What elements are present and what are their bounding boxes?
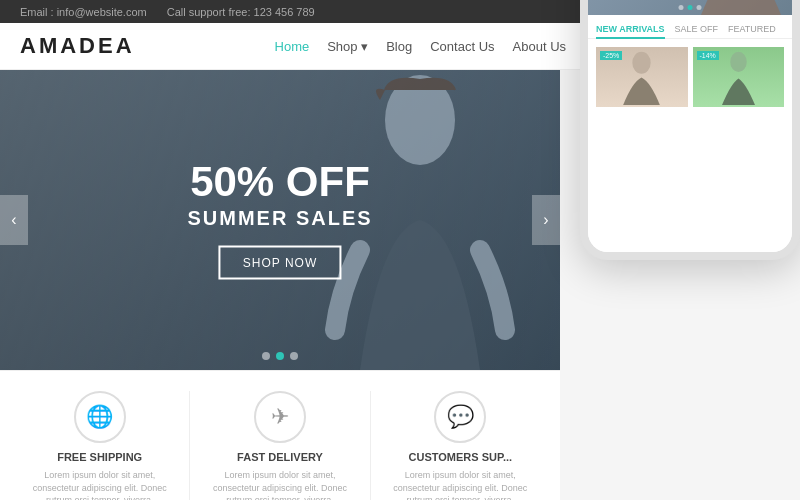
main-nav: Home Shop ▾ Blog Contact Us About Us xyxy=(275,39,567,54)
feature-delivery: ✈ FAST DELIVERY Lorem ipsum dolor sit am… xyxy=(190,391,370,500)
phone-product-badge-2: -14% xyxy=(697,51,719,60)
nav-contact[interactable]: Contact Us xyxy=(430,39,494,54)
phone-screen: 🛒 My Checkout 👤 My Account ☰ AMADEA 🛍 0 … xyxy=(588,0,792,260)
phone-product-badge-1: -25% xyxy=(600,51,622,60)
feature-support-desc: Lorem ipsum dolor sit amet, consectetur … xyxy=(381,469,540,500)
feature-shipping-title: FREE SHIPPING xyxy=(20,451,179,463)
top-bar-left: Email : info@website.com Call support fr… xyxy=(20,6,315,18)
nav-blog[interactable]: Blog xyxy=(386,39,412,54)
hero-prev-button[interactable]: ‹ xyxy=(0,195,28,245)
email-info: Email : info@website.com xyxy=(20,6,147,18)
hero-dot-1[interactable] xyxy=(262,352,270,360)
shipping-icon: 🌐 xyxy=(74,391,126,443)
phone-hero-dot-2[interactable] xyxy=(688,5,693,10)
phone-figure-2 xyxy=(711,50,766,105)
phone-hero-dot-1[interactable] xyxy=(679,5,684,10)
hero-content: 50% OFF SUMMER SALES SHOP NOW xyxy=(187,161,372,280)
feature-delivery-desc: Lorem ipsum dolor sit amet, consectetur … xyxy=(200,469,359,500)
nav-shop[interactable]: Shop ▾ xyxy=(327,39,368,54)
phone-hero: - 50% CLEARANCE SALES MAN'S COLLECTION H… xyxy=(588,0,792,15)
support-icon: 💬 xyxy=(434,391,486,443)
svg-point-7 xyxy=(633,51,651,73)
feature-shipping: 🌐 FREE SHIPPING Lorem ipsum dolor sit am… xyxy=(10,391,190,500)
phone-product-1[interactable]: -25% xyxy=(596,47,688,107)
hero-dot-2[interactable] xyxy=(276,352,284,360)
hero-shop-now-button[interactable]: SHOP NOW xyxy=(219,246,341,280)
hero-subtitle: SUMMER SALES xyxy=(187,207,372,230)
hero-discount: 50% OFF xyxy=(187,161,372,203)
delivery-icon: ✈ xyxy=(254,391,306,443)
nav-about[interactable]: About Us xyxy=(513,39,566,54)
phone-figure-1 xyxy=(614,50,669,105)
hero-dot-3[interactable] xyxy=(290,352,298,360)
phone-tab-sale-off[interactable]: SALE OFF xyxy=(675,21,719,39)
hero-dots xyxy=(262,352,298,360)
feature-support: 💬 CUSTOMERS SUP... Lorem ipsum dolor sit… xyxy=(371,391,550,500)
phone-hero-image xyxy=(690,0,792,15)
feature-support-title: CUSTOMERS SUP... xyxy=(381,451,540,463)
hero-section: 50% OFF SUMMER SALES SHOP NOW ‹ › xyxy=(0,70,560,370)
left-section: 50% OFF SUMMER SALES SHOP NOW ‹ › 🌐 FREE… xyxy=(0,70,560,500)
chevron-down-icon: ▾ xyxy=(361,39,368,54)
svg-point-8 xyxy=(730,51,747,71)
phone-product-tabs: NEW ARRIVALS SALE OFF FEATURED xyxy=(588,15,792,39)
phone-tab-featured[interactable]: FEATURED xyxy=(728,21,776,39)
main-area: 50% OFF SUMMER SALES SHOP NOW ‹ › 🌐 FREE… xyxy=(0,70,800,500)
phone-hero-dot-3[interactable] xyxy=(697,5,702,10)
phone-tab-new-arrivals[interactable]: NEW ARRIVALS xyxy=(596,21,665,39)
features-section: 🌐 FREE SHIPPING Lorem ipsum dolor sit am… xyxy=(0,370,560,500)
site-logo: AMADEA xyxy=(20,33,135,59)
phone-info: Call support free: 123 456 789 xyxy=(167,6,315,18)
hero-next-button[interactable]: › xyxy=(532,195,560,245)
nav-home[interactable]: Home xyxy=(275,39,310,54)
phone-hero-dots xyxy=(679,5,702,10)
feature-delivery-title: FAST DELIVERY xyxy=(200,451,359,463)
phone-mockup: 🛒 My Checkout 👤 My Account ☰ AMADEA 🛍 0 … xyxy=(580,0,800,260)
phone-product-2[interactable]: -14% xyxy=(693,47,785,107)
phone-product-grid: -25% -14% xyxy=(588,39,792,115)
feature-shipping-desc: Lorem ipsum dolor sit amet, consectetur … xyxy=(20,469,179,500)
